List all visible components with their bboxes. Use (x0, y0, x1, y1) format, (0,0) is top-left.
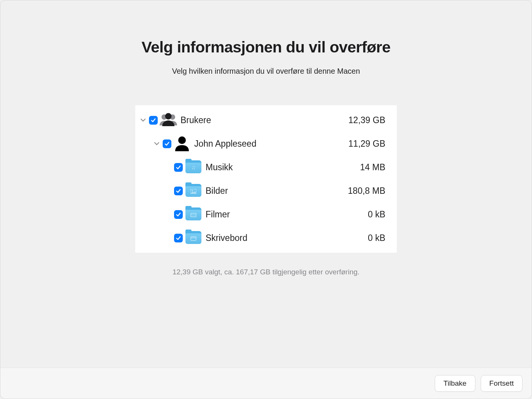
tree-row-desktop[interactable]: Skrivebord 0 kB (135, 226, 397, 250)
tree-row-users[interactable]: Brukere 12,39 GB (135, 108, 397, 132)
tree-size: 11,29 GB (348, 139, 385, 149)
continue-button[interactable]: Fortsett (481, 375, 522, 392)
folder-pictures-icon (184, 182, 203, 199)
tree-row-music[interactable]: ♫ Musikk 14 MB (135, 155, 397, 179)
tree-label: Filmer (206, 209, 230, 220)
users-group-icon (159, 112, 177, 128)
checkbox-pictures[interactable] (174, 187, 183, 195)
tree-size: 14 MB (360, 162, 385, 173)
svg-point-2 (165, 113, 172, 120)
svg-point-5 (192, 190, 193, 192)
folder-movies-icon (184, 206, 203, 223)
tree-size: 12,39 GB (348, 115, 385, 125)
chevron-down-icon[interactable] (153, 141, 160, 146)
tree-label: Brukere (180, 115, 211, 125)
svg-rect-6 (191, 213, 196, 217)
checkbox-users[interactable] (149, 116, 158, 125)
status-summary: 12,39 GB valgt, ca. 167,17 GB tilgjengel… (173, 268, 359, 276)
tree-row-user-john[interactable]: John Appleseed 11,29 GB (135, 132, 397, 155)
content-area: Velg informasjonen du vil overføre Velg … (0, 0, 532, 367)
tree-label: Skrivebord (206, 233, 247, 243)
checkbox-movies[interactable] (174, 210, 183, 219)
footer-bar: Tilbake Fortsett (0, 367, 532, 399)
tree-row-pictures[interactable]: Bilder 180,8 MB (135, 179, 397, 203)
tree-size: 180,8 MB (348, 186, 385, 196)
folder-desktop-icon (184, 230, 203, 246)
tree-size: 0 kB (368, 209, 385, 220)
folder-music-icon: ♫ (184, 159, 203, 176)
checkbox-desktop[interactable] (174, 234, 183, 242)
transfer-tree: Brukere 12,39 GB John Applese (135, 105, 397, 253)
svg-rect-9 (191, 237, 196, 241)
back-button[interactable]: Tilbake (435, 375, 475, 392)
tree-label: John Appleseed (194, 139, 256, 149)
migration-assistant-window: Velg informasjonen du vil overføre Velg … (0, 0, 532, 399)
checkbox-user-john[interactable] (163, 139, 171, 148)
chevron-down-icon[interactable] (139, 118, 147, 123)
page-title: Velg informasjonen du vil overføre (141, 38, 390, 56)
tree-label: Musikk (206, 162, 233, 173)
tree-label: Bilder (206, 186, 228, 196)
svg-point-3 (178, 136, 186, 144)
tree-row-movies[interactable]: Filmer 0 kB (135, 203, 397, 226)
checkbox-music[interactable] (174, 163, 183, 172)
user-silhouette-icon (173, 135, 191, 152)
page-subtitle: Velg hvilken informasjon du vil overføre… (172, 67, 360, 76)
tree-size: 0 kB (368, 233, 385, 243)
